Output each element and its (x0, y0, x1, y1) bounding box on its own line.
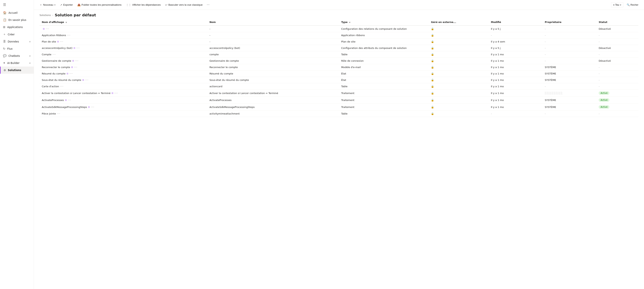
status-cell: - (596, 83, 638, 90)
row-more-menu[interactable]: ··· (60, 40, 64, 43)
row-more-menu[interactable]: ··· (57, 112, 60, 115)
table-row: Activer la contestation si Lancer contes… (40, 90, 638, 97)
name-cell: Activer la contestation si Lancer contes… (207, 90, 339, 97)
table-row: Résumé du compte ⊡ ··· Résumé du compteÉ… (40, 70, 638, 77)
type-cell: Traitement (339, 104, 429, 111)
external-link-icon[interactable]: ⊡ (112, 92, 113, 94)
external-link-icon[interactable]: ⊡ (88, 106, 90, 108)
col-header-name: Nom (207, 19, 339, 25)
basculer-button[interactable]: ↩ Basculer vers la vue classique (163, 2, 204, 7)
toolbar-right: ≡ Tou ∨ 🔍 Recher (611, 2, 640, 7)
row-more-menu[interactable]: ··· (67, 34, 70, 37)
display-name-text: Plan de site (42, 40, 56, 43)
external-link-icon[interactable]: ⊡ (74, 47, 75, 49)
filter-button[interactable]: ≡ Tou ∨ (611, 2, 623, 7)
status-cell: - (596, 51, 638, 58)
lock-icon: 🔒 (431, 85, 434, 88)
display-name-text: ActivateSdkMessageProcessingSteps (42, 106, 87, 108)
search-label: Recher (630, 3, 638, 6)
external-link-icon[interactable]: ⊡ (71, 66, 73, 68)
owner-cell: - (542, 83, 596, 90)
row-more-menu[interactable]: ··· (46, 27, 49, 30)
table-row: Carte d'action ··· actioncardTable🔒Il y … (40, 83, 638, 90)
external-link-icon[interactable]: ⊡ (66, 72, 68, 75)
status-cell: - (596, 32, 638, 38)
table-header-row: Nom d'affichage ∨ Nom Type ∨ Géré en ext… (40, 19, 638, 25)
external-link-icon[interactable]: ⊡ (57, 40, 59, 43)
col-header-type[interactable]: Type ∨ (339, 19, 429, 25)
sidebar-item-en-savoir-plus[interactable]: 📋 En savoir plus (0, 16, 34, 23)
sidebar-item-flux[interactable]: ↻ Flux (0, 45, 34, 52)
exporter-button[interactable]: ↗ Exporter (58, 2, 75, 7)
name-cell: compte (207, 51, 339, 58)
row-more-menu[interactable]: ··· (52, 53, 56, 56)
col-header-modified: Modifié (488, 19, 542, 25)
status-cell: Activé (596, 90, 638, 97)
more-options-icon[interactable]: ··· (205, 2, 211, 8)
name-cell: activitymimeattachment (207, 111, 339, 117)
name-cell: - (207, 32, 339, 38)
row-more-menu[interactable]: ··· (75, 59, 78, 62)
external-link-icon[interactable]: ⊡ (65, 99, 66, 101)
owner-cell: SYSTÈME (542, 77, 596, 83)
col-header-status: Statut (596, 19, 638, 25)
modified-cell: Il y a 1 mo (488, 70, 542, 77)
breadcrumb-parent[interactable]: Solutions (40, 14, 51, 16)
sidebar-item-label: Chatbots (8, 54, 20, 57)
type-cell: Modèle d'e-mail (339, 64, 429, 70)
solutions-icon: ⊙ (4, 68, 6, 72)
status-cell: Désactivé (596, 45, 638, 51)
display-name-cell: Application Ribbons ··· (42, 34, 205, 37)
owner-cell: - (542, 58, 596, 64)
status-cell: - (596, 38, 638, 45)
hamburger-menu[interactable]: ☰ (0, 0, 34, 9)
status-cell: Désactivé (596, 58, 638, 64)
sidebar-item-ai-builder[interactable]: ✦ AI Builder ∨ (0, 59, 34, 66)
display-name-cell: accesscontrolpolicy (bot) ⊡ ··· (42, 47, 205, 49)
sidebar-item-creer[interactable]: ＋ Créer (0, 31, 34, 38)
type-cell: Table (339, 51, 429, 58)
owner-cell: SYSTÈME (542, 97, 596, 104)
row-more-menu[interactable]: ··· (74, 66, 78, 69)
chevron-down-icon: ∨ (29, 40, 31, 43)
row-more-menu[interactable]: ··· (70, 72, 73, 75)
table-row: Reconnecter le compte ⊡ ··· Reconnecter … (40, 64, 638, 70)
external-cell: 🔒 (429, 77, 488, 83)
modified-cell: Il y a 5 j (488, 25, 542, 32)
row-more-menu[interactable]: ··· (68, 99, 71, 101)
table-row: Gestionnaire de compte ⊡ ··· Gestionnair… (40, 58, 638, 64)
sidebar-item-label: Créer (8, 33, 15, 36)
sidebar-item-solutions[interactable]: ⊙ Solutions (0, 66, 34, 74)
col-header-external: Géré en externe... (429, 19, 488, 25)
external-link-icon[interactable]: ⊡ (72, 60, 74, 62)
nouveau-button[interactable]: ＋ Nouveau ∨ (38, 2, 58, 8)
search-button[interactable]: 🔍 Recher (625, 2, 640, 7)
row-more-menu[interactable]: ··· (91, 106, 94, 108)
publier-button[interactable]: 📤 Publier toutes les personnalisations (76, 2, 123, 7)
row-more-menu[interactable]: ··· (76, 47, 80, 49)
external-cell: 🔒 (429, 97, 488, 104)
row-more-menu[interactable]: ··· (85, 79, 89, 81)
plus-icon: ＋ (40, 3, 42, 6)
external-link-icon[interactable]: ⊡ (43, 28, 44, 30)
sidebar-item-accueil[interactable]: 🏠 Accueil (0, 9, 34, 16)
col-header-display-name[interactable]: Nom d'affichage ∨ (40, 19, 207, 25)
name-cell: Gestionnaire de compte (207, 58, 339, 64)
modified-cell: Il y a 1 mo (488, 51, 542, 58)
afficher-label: Afficher les dépendances (132, 3, 160, 6)
lock-icon: 🔒 (431, 112, 434, 115)
status-cell: - (596, 77, 638, 83)
row-more-menu[interactable]: ··· (114, 92, 118, 95)
afficher-button[interactable]: ⋮⋮ Afficher les dépendances (124, 2, 162, 7)
breadcrumb: Solutions › Solution par défaut (34, 10, 644, 19)
sidebar-item-applications[interactable]: ⊞ Applications (0, 23, 34, 31)
external-link-icon[interactable]: ⊡ (82, 79, 84, 81)
flux-icon: ↻ (3, 47, 6, 50)
status-cell: Activé (596, 104, 638, 111)
learn-icon: 📋 (3, 18, 6, 22)
sidebar-item-label: Accueil (8, 11, 18, 14)
sidebar-item-chatbots[interactable]: 💬 Chatbots ∨ (0, 52, 34, 59)
sidebar-item-donnees[interactable]: 🗄 Données ∨ (0, 38, 34, 45)
owner-cell: SYSTÈME (542, 104, 596, 111)
row-more-menu[interactable]: ··· (60, 85, 64, 88)
